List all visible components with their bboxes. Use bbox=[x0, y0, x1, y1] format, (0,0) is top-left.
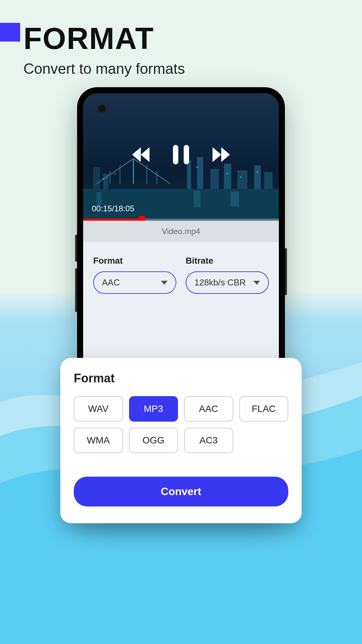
rewind-icon[interactable] bbox=[132, 147, 149, 163]
convert-button[interactable]: Convert bbox=[74, 477, 288, 506]
format-option-mp3[interactable]: MP3 bbox=[129, 396, 178, 422]
svg-rect-24 bbox=[231, 192, 239, 207]
bitrate-dropdown[interactable]: 128kb/s CBR bbox=[186, 271, 269, 294]
format-dropdown-value: AAC bbox=[102, 277, 120, 288]
svg-point-17 bbox=[197, 167, 198, 168]
format-option-wav[interactable]: WAV bbox=[74, 396, 123, 422]
svg-point-15 bbox=[103, 178, 104, 179]
svg-rect-23 bbox=[194, 191, 200, 207]
current-time: 00:15 bbox=[92, 204, 112, 213]
phone-notch bbox=[151, 87, 211, 93]
format-bottom-sheet: Format WAVMP3AACFLACWMAOGGAC3 Convert bbox=[60, 358, 302, 523]
bitrate-dropdown-value: 128kb/s CBR bbox=[194, 277, 246, 288]
format-option-flac[interactable]: FLAC bbox=[239, 396, 289, 422]
page-subtitle: Convert to many formats bbox=[23, 60, 362, 77]
format-options-grid: WAVMP3AACFLACWMAOGGAC3 bbox=[74, 396, 288, 453]
svg-point-20 bbox=[257, 172, 258, 173]
phone-side-button bbox=[285, 248, 287, 295]
bitrate-dropdown-label: Bitrate bbox=[186, 256, 269, 266]
format-option-ogg[interactable]: OGG bbox=[129, 428, 178, 453]
chevron-down-icon bbox=[161, 281, 168, 285]
sheet-title: Format bbox=[74, 371, 288, 385]
format-option-wma[interactable]: WMA bbox=[74, 428, 123, 453]
accent-bar bbox=[0, 23, 20, 42]
duration: 18:05 bbox=[114, 204, 134, 213]
format-option-aac[interactable]: AAC bbox=[184, 396, 233, 422]
format-dropdown-label: Format bbox=[93, 256, 176, 266]
format-option-ac3[interactable]: AC3 bbox=[184, 428, 233, 453]
svg-rect-25 bbox=[173, 145, 178, 164]
pause-icon[interactable] bbox=[173, 145, 189, 166]
video-time: 00:15/18:05 bbox=[92, 204, 134, 213]
svg-point-16 bbox=[115, 173, 116, 174]
svg-rect-26 bbox=[184, 145, 189, 164]
filename-label: Video.mp4 bbox=[83, 221, 279, 242]
fast-forward-icon[interactable] bbox=[213, 147, 230, 163]
svg-point-18 bbox=[227, 173, 228, 174]
format-dropdown[interactable]: AAC bbox=[93, 271, 176, 294]
page-title: FORMAT bbox=[23, 23, 362, 54]
svg-point-19 bbox=[240, 177, 241, 178]
promo-header: FORMAT Convert to many formats bbox=[0, 0, 362, 77]
video-progress-fill bbox=[83, 219, 142, 221]
video-progress-track[interactable] bbox=[83, 219, 279, 221]
svg-rect-22 bbox=[97, 192, 102, 206]
video-preview[interactable]: 00:15/18:05 bbox=[83, 93, 279, 221]
camera-hole bbox=[97, 104, 107, 113]
chevron-down-icon bbox=[253, 281, 260, 285]
